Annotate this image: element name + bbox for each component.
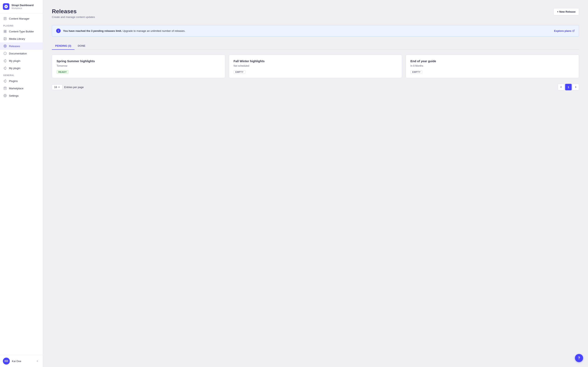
card-title-end-of-year: End of year guide <box>410 59 574 63</box>
sidebar-label-settings: Settings <box>9 94 18 97</box>
tabs-row: PENDING (3) DONE <box>52 42 579 50</box>
svg-point-7 <box>5 46 6 47</box>
entries-per-page-select[interactable]: 16 <box>52 84 62 90</box>
sidebar-label-media-library: Media Library <box>9 37 25 40</box>
info-circle-icon <box>3 52 7 55</box>
alert-banner: i You have reached the 3 pending release… <box>52 25 579 36</box>
sidebar-header[interactable]: Strapi Dashboard Workplace <box>0 0 43 13</box>
badge-ready-spring-summer: READY <box>57 70 69 74</box>
user-name: Kai Doe <box>12 360 33 363</box>
help-button[interactable]: ? <box>575 354 583 362</box>
new-release-button[interactable]: + New Release <box>553 8 579 15</box>
page-header: Releases Create and manage content updat… <box>52 8 579 18</box>
sidebar-item-marketplace[interactable]: Marketplace <box>0 85 43 92</box>
sidebar-item-releases[interactable]: Releases <box>0 42 43 50</box>
pagination-page-1[interactable]: 1 <box>565 84 572 90</box>
explore-plans-label: Explore plans <box>554 29 571 33</box>
page-title: Releases <box>52 8 95 15</box>
image-icon <box>3 37 7 41</box>
release-card-end-of-year[interactable]: End of year guide In 8 Months EMPTY <box>406 55 579 78</box>
svg-point-6 <box>4 38 5 39</box>
sidebar-item-media-library[interactable]: Media Library <box>0 35 43 42</box>
svg-rect-2 <box>5 30 6 31</box>
sidebar-item-content-type-builder[interactable]: Content-Type Builder <box>0 28 43 35</box>
sidebar-label-my-plugin-2: My plugin <box>9 67 20 70</box>
page-subtitle: Create and manage content updates <box>52 16 95 18</box>
puzzle-icon-3 <box>3 79 7 83</box>
entries-count: 16 <box>54 86 57 89</box>
svg-rect-4 <box>5 32 6 33</box>
sidebar-item-my-plugin-2[interactable]: My plugin <box>0 64 43 72</box>
badge-empty-end-of-year: EMPTY <box>410 70 422 74</box>
gear-icon <box>3 94 7 98</box>
svg-line-10 <box>573 30 575 31</box>
pagination-next-button[interactable] <box>572 84 579 90</box>
page-title-section: Releases Create and manage content updat… <box>52 8 95 18</box>
pagination-row: 16 Entries per page 1 <box>52 84 579 90</box>
sidebar-app-name: Strapi Dashboard <box>11 4 34 7</box>
alert-text-normal: Upgrade to manage an unlimited number of… <box>123 29 185 33</box>
avatar[interactable]: KD <box>3 358 10 365</box>
sidebar-section-plugins: PLUGINS <box>0 22 43 28</box>
card-date-fall-winter: Not scheduled <box>233 64 398 67</box>
info-icon: i <box>56 29 61 33</box>
entries-per-page-label: Entries per page <box>64 86 84 89</box>
sidebar-item-content-manager[interactable]: Content Manager <box>0 15 43 22</box>
card-title-spring-summer: Spring Summer highlights <box>57 59 221 63</box>
rocket-icon <box>3 44 7 48</box>
entries-per-page-section: 16 Entries per page <box>52 84 84 90</box>
alert-text-bold: You have reached the 3 pending releases … <box>63 29 122 33</box>
cart-icon <box>3 86 7 90</box>
file-icon <box>3 17 7 20</box>
sidebar-item-plugins[interactable]: Plugins <box>0 77 43 85</box>
sidebar-label-content-manager: Content Manager <box>9 17 29 20</box>
sidebar-section-general: GENERAL <box>0 72 43 77</box>
tab-pending[interactable]: PENDING (3) <box>52 42 75 50</box>
sidebar-label-my-plugin-1: My plugin <box>9 59 20 62</box>
sidebar-footer: KD Kai Doe <box>0 355 43 367</box>
sidebar-nav: Content Manager PLUGINS Content-Type Bui… <box>0 13 43 355</box>
tab-done[interactable]: DONE <box>75 42 89 50</box>
sidebar-item-settings[interactable]: Settings <box>0 92 43 99</box>
sidebar-collapse-button[interactable] <box>35 359 40 364</box>
puzzle-icon-2 <box>3 66 7 70</box>
alert-text: You have reached the 3 pending releases … <box>63 29 552 33</box>
sidebar-item-documentation[interactable]: Documentation <box>0 50 43 57</box>
sidebar-item-my-plugin-1[interactable]: My plugin <box>0 57 43 64</box>
sidebar: Strapi Dashboard Workplace Content Manag… <box>0 0 43 367</box>
card-title-fall-winter: Fall Winter highlights <box>233 59 398 63</box>
puzzle-icon-1 <box>3 59 7 63</box>
releases-grid: Spring Summer highlights Tomorrow READY … <box>52 55 579 78</box>
svg-rect-3 <box>4 32 5 33</box>
layers-icon <box>3 30 7 33</box>
card-date-spring-summer: Tomorrow <box>57 64 221 67</box>
sidebar-workspace: Workplace <box>11 7 34 9</box>
sidebar-label-releases: Releases <box>9 45 20 48</box>
pagination-prev-button[interactable] <box>558 84 564 90</box>
svg-rect-1 <box>4 30 5 31</box>
svg-point-9 <box>5 95 6 96</box>
help-label: ? <box>578 356 580 360</box>
sidebar-app-info: Strapi Dashboard Workplace <box>11 4 34 9</box>
badge-empty-fall-winter: EMPTY <box>233 70 245 74</box>
sidebar-logo-icon <box>3 3 9 10</box>
sidebar-label-documentation: Documentation <box>9 52 27 55</box>
sidebar-label-content-type-builder: Content-Type Builder <box>9 30 34 33</box>
card-date-end-of-year: In 8 Months <box>410 64 574 67</box>
release-card-fall-winter[interactable]: Fall Winter highlights Not scheduled EMP… <box>229 55 402 78</box>
main-content-area: Releases Create and manage content updat… <box>43 0 588 367</box>
pagination-controls: 1 <box>558 84 579 90</box>
explore-plans-link[interactable]: Explore plans <box>554 29 575 33</box>
sidebar-label-plugins: Plugins <box>9 80 18 83</box>
release-card-spring-summer[interactable]: Spring Summer highlights Tomorrow READY <box>52 55 225 78</box>
sidebar-label-marketplace: Marketplace <box>9 87 24 90</box>
